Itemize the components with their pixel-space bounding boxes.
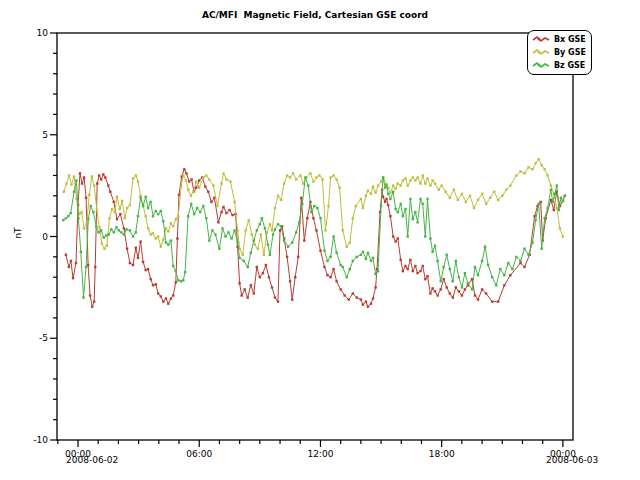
- data-point-marker: [436, 294, 438, 296]
- data-point-marker: [481, 193, 483, 195]
- data-point-marker: [265, 264, 267, 266]
- data-point-marker: [274, 207, 276, 209]
- data-point-marker: [329, 276, 331, 278]
- data-point-marker: [104, 176, 106, 178]
- data-point-marker: [298, 221, 300, 223]
- data-point-marker: [562, 200, 564, 202]
- data-point-marker: [509, 274, 511, 276]
- data-point-marker: [277, 223, 279, 225]
- data-point-marker: [484, 246, 486, 248]
- data-point-marker: [452, 280, 454, 282]
- data-point-marker: [247, 296, 249, 298]
- legend-row-bz: Bz GSE: [532, 59, 586, 72]
- data-point-marker: [446, 286, 448, 288]
- data-point-marker: [262, 272, 264, 274]
- data-point-marker: [297, 256, 299, 258]
- legend-row-bx: Bx GSE: [532, 33, 586, 46]
- data-point-marker: [70, 212, 72, 214]
- data-point-marker: [299, 174, 301, 176]
- data-point-marker: [102, 173, 104, 175]
- data-point-marker: [310, 211, 312, 213]
- data-point-marker: [419, 270, 421, 272]
- data-point-marker: [412, 176, 414, 178]
- data-point-marker: [449, 197, 451, 199]
- data-point-marker: [422, 203, 424, 205]
- data-point-marker: [207, 191, 209, 193]
- data-point-marker: [416, 272, 418, 274]
- data-point-marker: [507, 262, 509, 264]
- data-point-marker: [65, 182, 67, 184]
- data-point-marker: [431, 287, 433, 289]
- data-point-marker: [193, 213, 195, 215]
- data-point-marker: [327, 205, 329, 207]
- data-point-marker: [389, 198, 391, 200]
- data-point-marker: [160, 210, 162, 212]
- data-point-marker: [116, 196, 118, 198]
- data-point-marker: [157, 235, 159, 237]
- data-point-marker: [216, 205, 218, 207]
- data-point-marker: [132, 235, 134, 237]
- data-point-marker: [221, 227, 223, 229]
- data-point-marker: [562, 235, 564, 237]
- data-point-marker: [192, 191, 194, 193]
- data-point-marker: [407, 184, 409, 186]
- data-point-marker: [139, 197, 141, 199]
- data-point-marker: [253, 292, 255, 294]
- data-point-marker: [440, 280, 442, 282]
- data-point-marker: [268, 276, 270, 278]
- data-point-marker: [377, 184, 379, 186]
- data-point-marker: [356, 296, 358, 298]
- data-point-marker: [103, 236, 105, 238]
- data-point-marker: [123, 227, 125, 229]
- data-point-marker: [155, 210, 157, 212]
- data-point-marker: [198, 187, 200, 189]
- data-point-marker: [558, 209, 560, 211]
- data-point-marker: [319, 250, 321, 252]
- data-point-marker: [449, 268, 451, 270]
- data-point-marker: [98, 226, 100, 228]
- data-point-marker: [360, 298, 362, 300]
- data-point-marker: [481, 288, 483, 290]
- data-point-marker: [176, 237, 178, 239]
- data-point-marker: [412, 218, 414, 220]
- data-point-marker: [80, 211, 82, 213]
- data-point-marker: [257, 248, 259, 250]
- data-point-marker: [443, 266, 445, 268]
- bz-line-sample-icon: [532, 61, 551, 70]
- data-point-marker: [346, 246, 348, 248]
- data-point-marker: [397, 182, 399, 184]
- data-point-marker: [402, 215, 404, 217]
- data-point-marker: [519, 260, 521, 262]
- data-point-marker: [497, 300, 499, 302]
- data-point-marker: [422, 174, 424, 176]
- data-point-marker: [503, 284, 505, 286]
- data-point-marker: [523, 266, 525, 268]
- x-tick-label: 06:00: [186, 449, 212, 459]
- data-point-marker: [404, 177, 406, 179]
- data-point-marker: [124, 217, 126, 219]
- data-point-marker: [259, 223, 261, 225]
- data-point-marker: [342, 266, 344, 268]
- data-point-marker: [523, 248, 525, 250]
- data-point-marker: [202, 205, 204, 207]
- data-point-marker: [464, 288, 466, 290]
- data-point-marker: [533, 215, 535, 217]
- data-point-marker: [471, 288, 473, 290]
- data-point-marker: [251, 233, 253, 235]
- data-point-marker: [100, 229, 102, 231]
- data-point-marker: [455, 260, 457, 262]
- data-point-marker: [175, 281, 177, 283]
- data-point-marker: [87, 218, 89, 220]
- data-point-marker: [147, 207, 149, 209]
- data-point-marker: [248, 219, 250, 221]
- data-point-marker: [68, 174, 70, 176]
- data-point-marker: [332, 174, 334, 176]
- data-point-marker: [414, 265, 416, 267]
- data-point-marker: [110, 228, 112, 230]
- data-point-marker: [374, 273, 376, 275]
- data-point-marker: [503, 274, 505, 276]
- data-point-marker: [142, 261, 144, 263]
- data-point-marker: [177, 215, 179, 217]
- data-point-marker: [335, 280, 337, 282]
- plot-frame: [57, 33, 573, 440]
